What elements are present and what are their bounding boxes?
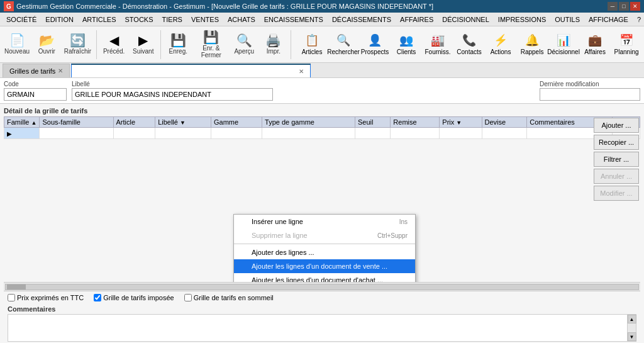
- enreg-icon: 💾: [170, 34, 186, 47]
- rafraichir-button[interactable]: 🔄 Rafraîchir: [62, 28, 93, 61]
- close-button[interactable]: ✕: [630, 2, 640, 11]
- menu-affaires[interactable]: AFFAIRES: [396, 13, 437, 26]
- decisionnel-label: Décisionnel: [547, 48, 580, 55]
- comments-textarea[interactable]: [8, 315, 626, 341]
- menu-ventes[interactable]: VENTES: [187, 13, 223, 26]
- row-gamme: [211, 128, 262, 139]
- menu-encaissements[interactable]: ENCAISSEMENTS: [260, 13, 327, 26]
- annuler-button[interactable]: Annuler ...: [594, 169, 639, 184]
- fourniss-button[interactable]: 🏭 Fourniss.: [423, 28, 453, 61]
- ouvrir-button[interactable]: 📂 Ouvrir: [33, 28, 61, 61]
- contacts-button[interactable]: 📞 Contacts: [454, 28, 484, 61]
- clients-button[interactable]: 👥 Clients: [391, 28, 421, 61]
- decisionnel-icon: 📊: [557, 33, 570, 47]
- menu-achats[interactable]: ACHATS: [224, 13, 259, 26]
- nouveau-button[interactable]: 📄 Nouveau: [3, 28, 31, 61]
- filtrer-button[interactable]: Filtrer ...: [594, 152, 639, 167]
- menu-affichage[interactable]: AFFICHAGE: [585, 13, 632, 26]
- col-article: Article: [113, 117, 155, 128]
- footer-checks: Prix exprimés en TTC Grille de tarifs im…: [4, 291, 640, 304]
- maximize-button[interactable]: □: [619, 2, 629, 11]
- scrollbar-down-btn[interactable]: ▼: [628, 332, 636, 341]
- prospects-label: Prospects: [361, 48, 389, 55]
- comments-label: Commentaires: [4, 304, 640, 314]
- articles-button[interactable]: 📋 Articles: [297, 28, 327, 61]
- row-type-gamme: [262, 128, 355, 139]
- col-remise: Remise: [391, 117, 440, 128]
- modifier-button[interactable]: Modifier ...: [594, 186, 639, 201]
- menu-societe[interactable]: SOCIÉTÉ: [3, 13, 40, 26]
- ctx-ajouter-lignes-label: Ajouter des lignes ...: [252, 249, 314, 256]
- rechercher-button[interactable]: 🔍 Rechercher: [328, 28, 358, 61]
- suivant-icon: ▶: [138, 34, 148, 47]
- planning-icon: 📅: [619, 33, 633, 47]
- libelle-input[interactable]: [72, 88, 273, 101]
- rappels-button[interactable]: 🔔 Rappels: [517, 28, 547, 61]
- tab-grilles-tarifs[interactable]: Grilles de tarifs ✕: [3, 64, 70, 77]
- scrollbar-area: [4, 282, 640, 291]
- enr-fermer-button[interactable]: 💾 Enr. & Fermer: [194, 28, 229, 61]
- menu-edition[interactable]: EDITION: [42, 13, 77, 26]
- menu-impressions[interactable]: IMPRESSIONS: [494, 13, 550, 26]
- menu-outils[interactable]: OUTILS: [551, 13, 584, 26]
- minimize-button[interactable]: ─: [608, 2, 618, 11]
- apercu-icon: 🔍: [236, 34, 252, 47]
- apercu-button[interactable]: 🔍 Aperçu: [230, 28, 258, 61]
- tab-grilles-tarifs-close[interactable]: ✕: [58, 67, 63, 74]
- col-famille: Famille ▲: [4, 117, 40, 128]
- enr-fermer-label: Enr. & Fermer: [196, 45, 227, 59]
- rechercher-label: Rechercher: [327, 48, 360, 55]
- check-sommeil-input[interactable]: [184, 294, 192, 301]
- scrollbar-thumb[interactable]: [7, 284, 26, 290]
- col-gamme: Gamme: [211, 117, 262, 128]
- recopier-button[interactable]: Recopier ...: [594, 135, 639, 150]
- menu-tiers[interactable]: TIERS: [158, 13, 186, 26]
- right-toolbar: 📋 Articles 🔍 Rechercher 👤 Prospects 👥 Cl…: [297, 28, 641, 61]
- code-input[interactable]: [4, 88, 67, 101]
- planning-label: Planning: [614, 48, 639, 55]
- toolbar-separator-2: [160, 30, 161, 59]
- tab-nouvelle-grille-close[interactable]: ✕: [299, 68, 304, 75]
- prospects-button[interactable]: 👤 Prospects: [360, 28, 390, 61]
- suivant-button[interactable]: ▶ Suivant: [129, 28, 157, 61]
- menu-decisionnel[interactable]: DÉCISIONNEL: [438, 13, 493, 26]
- menu-help[interactable]: ?: [633, 13, 644, 26]
- actions-button[interactable]: ⚡ Actions: [486, 28, 516, 61]
- date-input[interactable]: [540, 88, 640, 101]
- rechercher-icon: 🔍: [336, 33, 350, 47]
- col-devise: Devise: [482, 117, 527, 128]
- ctx-inserer-ligne[interactable]: Insérer une ligne Ins: [234, 215, 415, 228]
- window-controls: ─ □ ✕: [608, 2, 640, 11]
- ctx-ajouter-achat-label: Ajouter les lignes d'un document d'achat…: [252, 276, 383, 282]
- check-impose-input[interactable]: [94, 294, 101, 301]
- check-ttc: Prix exprimés en TTC: [8, 294, 84, 301]
- enreg-button[interactable]: 💾 Enreg.: [164, 28, 192, 61]
- ctx-ajouter-vente[interactable]: Ajouter les lignes d'un document de vent…: [234, 259, 415, 273]
- famille-sort-icon: ▲: [31, 120, 37, 126]
- horizontal-scrollbar[interactable]: [5, 284, 639, 290]
- affaires-icon: 💼: [588, 33, 602, 47]
- preced-button[interactable]: ◀ Précéd.: [100, 28, 128, 61]
- grid-header-row: Famille ▲ Sous-famille Article Libellé ▼…: [4, 117, 640, 128]
- ctx-supprimer-ligne[interactable]: Supprimer la ligne Ctrl+Suppr: [234, 228, 415, 242]
- scrollbar-up-btn[interactable]: ▲: [628, 315, 636, 323]
- decisionnel-button[interactable]: 📊 Décisionnel: [548, 28, 579, 61]
- impr-button[interactable]: 🖨️ Impr.: [260, 28, 288, 61]
- check-ttc-input[interactable]: [8, 294, 15, 301]
- row-remise: [391, 128, 440, 139]
- tab-nouvelle-grille[interactable]: Nouvelle Grille de tarifs : GRILLE POUR …: [71, 64, 311, 77]
- row-prix: [440, 128, 482, 139]
- table-row[interactable]: ▶: [4, 128, 640, 139]
- enr-fermer-icon: 💾: [203, 31, 219, 43]
- menu-articles[interactable]: ARTICLES: [79, 13, 120, 26]
- ctx-ajouter-lignes[interactable]: Ajouter des lignes ...: [234, 245, 415, 259]
- ctx-ajouter-achat[interactable]: Ajouter les lignes d'un document d'achat…: [234, 273, 415, 282]
- ouvrir-label: Ouvrir: [38, 48, 55, 55]
- fourniss-label: Fourniss.: [425, 48, 450, 55]
- planning-button[interactable]: 📅 Planning: [611, 28, 641, 61]
- menu-stocks[interactable]: STOCKS: [121, 13, 157, 26]
- menu-decaissements[interactable]: DÉCAISSEMENTS: [328, 13, 395, 26]
- ajouter-button[interactable]: Ajouter ...: [594, 118, 639, 133]
- clients-label: Clients: [397, 48, 416, 55]
- affaires-button[interactable]: 💼 Affaires: [580, 28, 610, 61]
